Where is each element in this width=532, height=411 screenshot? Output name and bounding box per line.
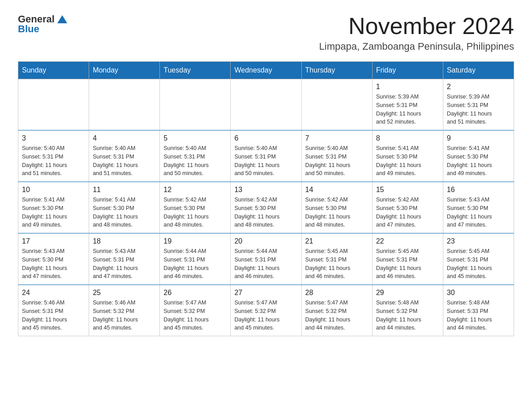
day-info: Sunrise: 5:44 AM Sunset: 5:31 PM Dayligh… — [163, 247, 227, 281]
day-number: 28 — [305, 289, 369, 297]
day-number: 2 — [447, 83, 510, 91]
day-info: Sunrise: 5:41 AM Sunset: 5:30 PM Dayligh… — [22, 196, 85, 229]
day-info: Sunrise: 5:48 AM Sunset: 5:33 PM Dayligh… — [447, 299, 510, 332]
day-header-wednesday: Wednesday — [231, 62, 301, 79]
day-info: Sunrise: 5:41 AM Sunset: 5:30 PM Dayligh… — [376, 144, 439, 178]
day-number: 10 — [22, 186, 85, 194]
calendar-cell: 8Sunrise: 5:41 AM Sunset: 5:30 PM Daylig… — [372, 130, 443, 182]
day-number: 19 — [163, 237, 227, 245]
title-section: November 2024 Limpapa, Zamboanga Peninsu… — [319, 13, 514, 52]
day-header-sunday: Sunday — [18, 62, 89, 79]
day-info: Sunrise: 5:47 AM Sunset: 5:32 PM Dayligh… — [163, 299, 227, 332]
calendar-cell — [89, 79, 160, 131]
calendar-cell: 21Sunrise: 5:45 AM Sunset: 5:31 PM Dayli… — [301, 233, 372, 285]
day-number: 16 — [447, 186, 510, 194]
calendar-cell: 15Sunrise: 5:42 AM Sunset: 5:30 PM Dayli… — [372, 182, 443, 233]
day-info: Sunrise: 5:43 AM Sunset: 5:31 PM Dayligh… — [93, 247, 156, 281]
day-info: Sunrise: 5:43 AM Sunset: 5:30 PM Dayligh… — [447, 196, 510, 229]
day-number: 18 — [93, 237, 156, 245]
day-info: Sunrise: 5:41 AM Sunset: 5:30 PM Dayligh… — [93, 196, 156, 229]
day-number: 3 — [22, 134, 85, 142]
calendar-cell: 14Sunrise: 5:42 AM Sunset: 5:30 PM Dayli… — [301, 182, 372, 233]
day-number: 27 — [234, 289, 297, 297]
calendar-cell: 6Sunrise: 5:40 AM Sunset: 5:31 PM Daylig… — [231, 130, 301, 182]
calendar-cell: 4Sunrise: 5:40 AM Sunset: 5:31 PM Daylig… — [89, 130, 160, 182]
logo-triangle-icon — [57, 15, 67, 23]
month-title: November 2024 — [319, 13, 514, 39]
calendar-cell — [301, 79, 372, 131]
day-header-tuesday: Tuesday — [160, 62, 231, 79]
week-row-1: 1Sunrise: 5:39 AM Sunset: 5:31 PM Daylig… — [18, 79, 514, 131]
day-info: Sunrise: 5:44 AM Sunset: 5:31 PM Dayligh… — [234, 247, 297, 281]
calendar-cell: 11Sunrise: 5:41 AM Sunset: 5:30 PM Dayli… — [89, 182, 160, 233]
day-number: 30 — [447, 289, 510, 297]
day-number: 22 — [376, 237, 439, 245]
day-number: 23 — [447, 237, 510, 245]
calendar-cell: 10Sunrise: 5:41 AM Sunset: 5:30 PM Dayli… — [18, 182, 89, 233]
calendar-cell: 24Sunrise: 5:46 AM Sunset: 5:31 PM Dayli… — [18, 285, 89, 336]
calendar-cell: 5Sunrise: 5:40 AM Sunset: 5:31 PM Daylig… — [160, 130, 231, 182]
calendar-cell: 2Sunrise: 5:39 AM Sunset: 5:31 PM Daylig… — [443, 79, 514, 131]
day-number: 24 — [22, 289, 85, 297]
day-info: Sunrise: 5:46 AM Sunset: 5:31 PM Dayligh… — [22, 299, 85, 332]
day-info: Sunrise: 5:39 AM Sunset: 5:31 PM Dayligh… — [447, 93, 510, 126]
calendar-cell: 12Sunrise: 5:42 AM Sunset: 5:30 PM Dayli… — [160, 182, 231, 233]
logo-blue-text: Blue — [18, 23, 39, 35]
day-info: Sunrise: 5:47 AM Sunset: 5:32 PM Dayligh… — [305, 299, 369, 332]
day-number: 15 — [376, 186, 439, 194]
day-info: Sunrise: 5:41 AM Sunset: 5:30 PM Dayligh… — [447, 144, 510, 178]
day-info: Sunrise: 5:40 AM Sunset: 5:31 PM Dayligh… — [93, 144, 156, 178]
calendar-cell: 22Sunrise: 5:45 AM Sunset: 5:31 PM Dayli… — [372, 233, 443, 285]
day-number: 29 — [376, 289, 439, 297]
day-number: 12 — [163, 186, 227, 194]
day-info: Sunrise: 5:42 AM Sunset: 5:30 PM Dayligh… — [234, 196, 297, 229]
calendar-cell: 27Sunrise: 5:47 AM Sunset: 5:32 PM Dayli… — [231, 285, 301, 336]
day-header-row: SundayMondayTuesdayWednesdayThursdayFrid… — [18, 62, 514, 79]
calendar-cell: 19Sunrise: 5:44 AM Sunset: 5:31 PM Dayli… — [160, 233, 231, 285]
calendar-cell: 3Sunrise: 5:40 AM Sunset: 5:31 PM Daylig… — [18, 130, 89, 182]
calendar-cell: 13Sunrise: 5:42 AM Sunset: 5:30 PM Dayli… — [231, 182, 301, 233]
calendar-cell: 17Sunrise: 5:43 AM Sunset: 5:30 PM Dayli… — [18, 233, 89, 285]
day-number: 26 — [163, 289, 227, 297]
day-number: 6 — [234, 134, 297, 142]
header: General Blue November 2024 Limpapa, Zamb… — [18, 13, 514, 52]
calendar-cell: 30Sunrise: 5:48 AM Sunset: 5:33 PM Dayli… — [443, 285, 514, 336]
day-number: 1 — [376, 83, 439, 91]
calendar-cell: 18Sunrise: 5:43 AM Sunset: 5:31 PM Dayli… — [89, 233, 160, 285]
calendar-cell: 26Sunrise: 5:47 AM Sunset: 5:32 PM Dayli… — [160, 285, 231, 336]
day-info: Sunrise: 5:48 AM Sunset: 5:32 PM Dayligh… — [376, 299, 439, 332]
week-row-4: 17Sunrise: 5:43 AM Sunset: 5:30 PM Dayli… — [18, 233, 514, 285]
week-row-5: 24Sunrise: 5:46 AM Sunset: 5:31 PM Dayli… — [18, 285, 514, 336]
day-info: Sunrise: 5:47 AM Sunset: 5:32 PM Dayligh… — [234, 299, 297, 332]
calendar-cell: 29Sunrise: 5:48 AM Sunset: 5:32 PM Dayli… — [372, 285, 443, 336]
day-info: Sunrise: 5:42 AM Sunset: 5:30 PM Dayligh… — [376, 196, 439, 229]
calendar-cell: 25Sunrise: 5:46 AM Sunset: 5:32 PM Dayli… — [89, 285, 160, 336]
day-header-thursday: Thursday — [301, 62, 372, 79]
calendar-cell: 7Sunrise: 5:40 AM Sunset: 5:31 PM Daylig… — [301, 130, 372, 182]
day-number: 11 — [93, 186, 156, 194]
calendar-cell: 1Sunrise: 5:39 AM Sunset: 5:31 PM Daylig… — [372, 79, 443, 131]
day-info: Sunrise: 5:40 AM Sunset: 5:31 PM Dayligh… — [163, 144, 227, 178]
day-number: 5 — [163, 134, 227, 142]
day-info: Sunrise: 5:42 AM Sunset: 5:30 PM Dayligh… — [163, 196, 227, 229]
day-number: 25 — [93, 289, 156, 297]
calendar-cell: 20Sunrise: 5:44 AM Sunset: 5:31 PM Dayli… — [231, 233, 301, 285]
day-info: Sunrise: 5:45 AM Sunset: 5:31 PM Dayligh… — [376, 247, 439, 281]
calendar-cell: 16Sunrise: 5:43 AM Sunset: 5:30 PM Dayli… — [443, 182, 514, 233]
week-row-3: 10Sunrise: 5:41 AM Sunset: 5:30 PM Dayli… — [18, 182, 514, 233]
location-title: Limpapa, Zamboanga Peninsula, Philippine… — [319, 41, 514, 52]
day-info: Sunrise: 5:42 AM Sunset: 5:30 PM Dayligh… — [305, 196, 369, 229]
day-info: Sunrise: 5:39 AM Sunset: 5:31 PM Dayligh… — [376, 93, 439, 126]
day-info: Sunrise: 5:45 AM Sunset: 5:31 PM Dayligh… — [305, 247, 369, 281]
day-header-friday: Friday — [372, 62, 443, 79]
calendar-cell — [231, 79, 301, 131]
day-number: 8 — [376, 134, 439, 142]
day-header-monday: Monday — [89, 62, 160, 79]
calendar-table: SundayMondayTuesdayWednesdayThursdayFrid… — [18, 61, 514, 336]
week-row-2: 3Sunrise: 5:40 AM Sunset: 5:31 PM Daylig… — [18, 130, 514, 182]
calendar-cell: 28Sunrise: 5:47 AM Sunset: 5:32 PM Dayli… — [301, 285, 372, 336]
calendar-cell — [18, 79, 89, 131]
day-number: 9 — [447, 134, 510, 142]
day-number: 4 — [93, 134, 156, 142]
calendar-cell: 23Sunrise: 5:45 AM Sunset: 5:31 PM Dayli… — [443, 233, 514, 285]
